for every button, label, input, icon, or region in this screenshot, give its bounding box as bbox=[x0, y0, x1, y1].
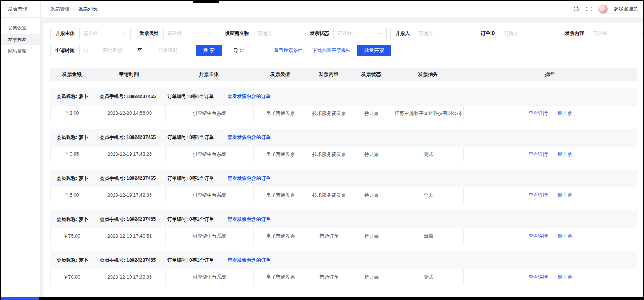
group-header-row: 会员昵称: 萝卜 会员手机号: 18924237465 订单编号: 0等1个订单… bbox=[50, 129, 637, 146]
view-included-orders-link[interactable]: 查看发票包含的订单 bbox=[228, 257, 271, 264]
view-details-link[interactable]: 查看详情 bbox=[529, 274, 548, 280]
view-details-link[interactable]: 查看详情 bbox=[529, 110, 548, 117]
cell-content: 技术服务费发票 bbox=[308, 106, 350, 121]
breadcrumb-separator-icon: > bbox=[73, 7, 75, 11]
filter-apply-time-range[interactable]: 申请时间 开始日期 至 结束日期 bbox=[50, 45, 192, 56]
cell-apply-time: 2023-12-19 17:40:51 bbox=[94, 228, 165, 244]
column-header-invoice-type: 发票类型 bbox=[253, 71, 307, 78]
filter-issuer-input[interactable]: 开票人 请输入 bbox=[390, 28, 472, 39]
filter-placeholder: 请输入 bbox=[500, 30, 556, 37]
filter-label: 发票内容 bbox=[560, 30, 589, 37]
cell-invoice-type: 电子普通发票 bbox=[253, 228, 308, 244]
filter-placeholder: 请输入 bbox=[254, 30, 301, 37]
filter-label: 开票人 bbox=[391, 30, 415, 37]
chevron-down-icon bbox=[639, 31, 643, 36]
window-bottom-accent bbox=[1, 297, 39, 300]
table-body: 会员昵称: 萝卜 会员手机号: 18924237465 订单编号: 0等1个订单… bbox=[50, 88, 637, 285]
column-header-title: 发票抬头 bbox=[392, 71, 463, 78]
batch-invoice-button[interactable]: 批量开票 bbox=[357, 45, 391, 56]
date-range-separator: 至 bbox=[136, 47, 144, 54]
filter-order-id-input[interactable]: 订单ID 请输入 bbox=[476, 28, 556, 39]
filter-placeholder: 请输入 bbox=[415, 30, 472, 37]
view-included-orders-link[interactable]: 查看发票包含的订单 bbox=[228, 93, 271, 100]
topbar: 发票管理 > 发票列表 超级管理员 bbox=[41, 1, 643, 18]
one-click-invoice-link[interactable]: 一键开票 bbox=[553, 274, 572, 280]
filter-label: 申请时间 bbox=[51, 47, 79, 54]
filter-row-1: 开票主体 请选择 发票类型 请选择 供应商名称 请输入 发票状态 bbox=[50, 28, 643, 39]
sidebar-item-code-management[interactable]: 赋码管理 bbox=[1, 45, 40, 57]
filter-supplier-name-input[interactable]: 供应商名称 请输入 bbox=[220, 28, 301, 39]
column-header-operations: 操作 bbox=[463, 71, 637, 78]
cell-apply-time: 2023-12-19 17:42:35 bbox=[94, 188, 165, 203]
breadcrumb-parent[interactable]: 发票管理 bbox=[50, 6, 70, 12]
view-included-orders-link[interactable]: 查看发票包含的订单 bbox=[228, 216, 271, 223]
column-header-content: 发票内容 bbox=[307, 71, 350, 78]
cell-title: 出额 bbox=[393, 228, 463, 244]
cell-content: 普通订单 bbox=[308, 228, 350, 244]
export-button[interactable]: 导 出 bbox=[226, 45, 252, 56]
download-batch-template-link[interactable]: 下载批量开票模板 bbox=[312, 47, 351, 54]
invoice-group: 会员昵称: 萝卜 会员手机号: 18924237465 订单编号: 0等1个订单… bbox=[50, 170, 637, 203]
view-details-link[interactable]: 查看详情 bbox=[529, 151, 548, 158]
table-row: ¥ 0.95 2023-12-19 17:43:26 供应链中台系统 电子普通发… bbox=[50, 146, 637, 162]
fullscreen-icon[interactable] bbox=[585, 6, 592, 12]
filter-invoice-content-select[interactable]: 发票内容 请选择 bbox=[560, 28, 643, 39]
cell-invoice-type: 电子普通发票 bbox=[253, 188, 308, 203]
invoice-group: 会员昵称: 萝卜 会员手机号: 18924237465 订单编号: 0等1个订单… bbox=[50, 129, 637, 162]
view-included-orders-link[interactable]: 查看发票包含的订单 bbox=[228, 175, 271, 182]
cell-status: 待开票 bbox=[350, 188, 393, 203]
date-start-placeholder[interactable]: 开始日期 bbox=[88, 47, 136, 54]
filter-placeholder: 请选择 bbox=[334, 30, 378, 37]
filter-invoice-subject-select[interactable]: 开票主体 请选择 bbox=[50, 28, 131, 39]
view-details-link[interactable]: 查看详情 bbox=[529, 192, 548, 199]
invoice-group: 会员昵称: 萝卜 会员手机号: 18924237465 订单编号: 0等1个订单… bbox=[50, 251, 637, 285]
user-name[interactable]: 超级管理员 bbox=[614, 6, 638, 12]
one-click-invoice-link[interactable]: 一键开票 bbox=[553, 192, 572, 199]
cell-subject: 供应链中台系统 bbox=[165, 228, 253, 244]
content-card: 开票主体 请选择 发票类型 请选择 供应商名称 请输入 发票状态 bbox=[44, 23, 643, 297]
cell-subject: 供应链中台系统 bbox=[165, 188, 253, 203]
member-nickname: 会员昵称: 萝卜 bbox=[57, 175, 88, 182]
filter-invoice-type-select[interactable]: 发票类型 请选择 bbox=[135, 28, 216, 39]
user-avatar[interactable] bbox=[598, 4, 608, 14]
cell-amount: ¥ 5.00 bbox=[51, 188, 94, 203]
one-click-invoice-link[interactable]: 一键开票 bbox=[553, 110, 572, 117]
search-button[interactable]: 搜 索 bbox=[196, 45, 222, 56]
group-header-row: 会员昵称: 萝卜 会员手机号: 18924237465 订单编号: 0等1个订单… bbox=[50, 210, 637, 228]
sidebar-item-invoice-list[interactable]: 发票列表 bbox=[1, 34, 40, 45]
filter-label: 发票状态 bbox=[305, 30, 333, 37]
cell-title: 个人 bbox=[393, 188, 463, 203]
cell-operations: 查看详情 一键开票 bbox=[463, 188, 637, 203]
one-click-invoice-link[interactable]: 一键开票 bbox=[553, 151, 572, 158]
order-number: 订单编号: 0等1个订单 bbox=[167, 175, 214, 182]
cell-status: 待开票 bbox=[350, 269, 393, 285]
sidebar-item-invoice-settings[interactable]: 发票设置 bbox=[1, 22, 40, 34]
filter-invoice-status-select[interactable]: 发票状态 请选择 bbox=[305, 28, 387, 39]
one-click-invoice-link[interactable]: 一键开票 bbox=[553, 233, 572, 240]
reset-search-link[interactable]: 重置搜索条件 bbox=[274, 47, 302, 54]
member-phone: 会员手机号: 18924237465 bbox=[100, 216, 156, 223]
column-header-status: 发票状态 bbox=[350, 71, 392, 78]
member-phone: 会员手机号: 18924237465 bbox=[100, 134, 156, 141]
invoice-group: 会员昵称: 萝卜 会员手机号: 18924237465 订单编号: 0等1个订单… bbox=[50, 210, 637, 244]
member-phone: 会员手机号: 18924237465 bbox=[100, 93, 156, 100]
group-header-row: 会员昵称: 萝卜 会员手机号: 18924237465 订单编号: 0等1个订单… bbox=[50, 170, 637, 187]
group-header-row: 会员昵称: 萝卜 会员手机号: 18924237465 订单编号: 0等1个订单… bbox=[50, 88, 637, 105]
cell-subject: 供应链中台系统 bbox=[165, 269, 253, 285]
cell-amount: ¥ 3.00 bbox=[51, 106, 94, 121]
cell-amount: ¥ 0.95 bbox=[51, 147, 94, 162]
cell-operations: 查看详情 一键开票 bbox=[463, 269, 637, 285]
view-included-orders-link[interactable]: 查看发票包含的订单 bbox=[228, 134, 271, 141]
cell-operations: 查看详情 一键开票 bbox=[463, 106, 637, 121]
refresh-icon[interactable] bbox=[573, 6, 579, 12]
main-area: 发票管理 > 发票列表 超级管理员 开票主体 bbox=[41, 1, 643, 297]
filter-placeholder: 请选择 bbox=[80, 30, 122, 37]
member-nickname: 会员昵称: 萝卜 bbox=[57, 93, 88, 100]
view-details-link[interactable]: 查看详情 bbox=[529, 233, 548, 240]
group-header-row: 会员昵称: 萝卜 会员手机号: 18924237465 订单编号: 0等1个订单… bbox=[50, 251, 637, 269]
cell-invoice-type: 电子普通发票 bbox=[253, 269, 308, 285]
cell-subject: 供应链中台系统 bbox=[165, 147, 253, 162]
content-area: 开票主体 请选择 发票类型 请选择 供应商名称 请输入 发票状态 bbox=[41, 18, 643, 297]
date-end-placeholder[interactable]: 结束日期 bbox=[144, 47, 192, 54]
filter-label: 开票主体 bbox=[51, 30, 79, 37]
